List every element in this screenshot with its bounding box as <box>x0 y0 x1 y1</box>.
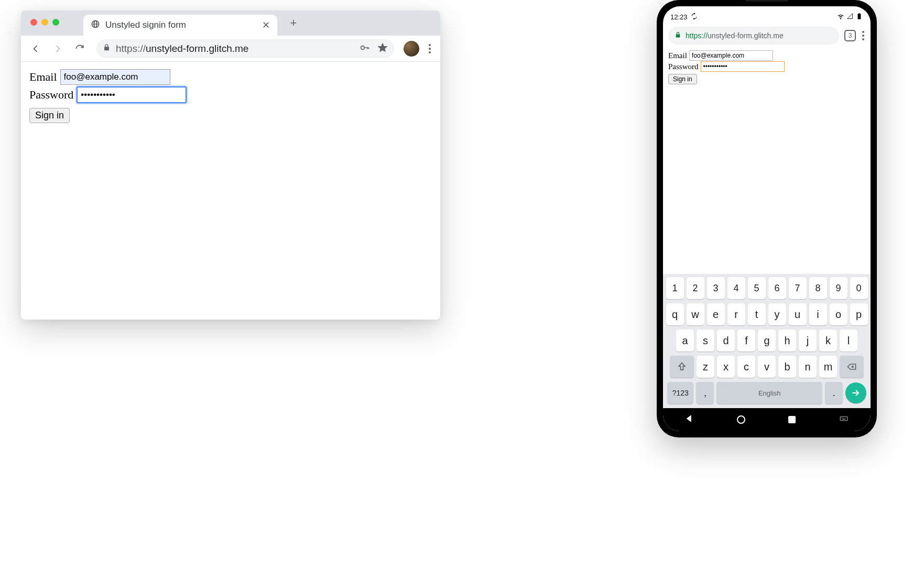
new-tab-button[interactable]: + <box>286 15 301 31</box>
key-l[interactable]: l <box>840 330 857 352</box>
keyboard-number-row: 1234567890 <box>665 277 868 299</box>
key-6[interactable]: 6 <box>768 277 786 299</box>
mobile-page-content: Email Password Sign in <box>663 47 871 274</box>
password-label: Password <box>29 88 73 102</box>
key-m[interactable]: m <box>819 356 837 378</box>
mobile-url-text: https://unstyled-form.glitch.me <box>686 31 784 40</box>
clock: 12:23 <box>670 13 688 21</box>
key-3[interactable]: 3 <box>707 277 725 299</box>
browser-tab[interactable]: Unstyled signin form ✕ <box>83 15 277 36</box>
key-8[interactable]: 8 <box>809 277 827 299</box>
signin-button[interactable]: Sign in <box>668 74 697 84</box>
close-window-button[interactable] <box>30 19 37 26</box>
symbols-key[interactable]: ?123 <box>667 382 693 404</box>
enter-key[interactable] <box>845 382 866 403</box>
key-5[interactable]: 5 <box>748 277 766 299</box>
url-host: unstyled-form.glitch.me <box>146 43 248 54</box>
key-z[interactable]: z <box>697 356 714 378</box>
svg-rect-2 <box>858 13 860 14</box>
svg-point-0 <box>361 46 365 49</box>
key-t[interactable]: t <box>748 303 766 325</box>
key-c[interactable]: c <box>737 356 755 378</box>
key-o[interactable]: o <box>830 303 847 325</box>
key-i[interactable]: i <box>809 303 827 325</box>
mobile-address-bar[interactable]: https://unstyled-form.glitch.me <box>668 27 839 45</box>
key-g[interactable]: g <box>758 330 776 352</box>
key-p[interactable]: p <box>850 303 868 325</box>
key-u[interactable]: u <box>789 303 807 325</box>
phone-screen: 12:23 https://unstyled-form.glitch.me <box>663 6 871 431</box>
comma-key[interactable]: , <box>696 382 714 404</box>
key-j[interactable]: j <box>799 330 817 352</box>
home-nav-button[interactable] <box>737 415 745 424</box>
keyboard-row-3: zxcvbnm <box>665 356 868 378</box>
keyboard-bottom-row: ?123 , English . <box>665 382 868 404</box>
key-f[interactable]: f <box>737 330 755 352</box>
tab-title: Unstyled signin form <box>105 20 257 30</box>
key-y[interactable]: y <box>768 303 786 325</box>
shift-key[interactable] <box>670 356 694 378</box>
key-0[interactable]: 0 <box>850 277 868 299</box>
profile-avatar[interactable] <box>404 41 419 57</box>
close-tab-button[interactable]: ✕ <box>262 20 270 30</box>
key-b[interactable]: b <box>778 356 796 378</box>
lock-icon <box>675 31 681 40</box>
reload-button[interactable] <box>70 39 89 58</box>
tab-strip: Unstyled signin form ✕ + <box>21 10 440 36</box>
back-button[interactable] <box>26 39 45 58</box>
svg-rect-5 <box>843 418 844 419</box>
key-4[interactable]: 4 <box>727 277 745 299</box>
signin-button[interactable]: Sign in <box>29 108 70 123</box>
lock-icon <box>103 43 111 53</box>
key-q[interactable]: q <box>666 303 684 325</box>
tab-switcher-button[interactable]: 3 <box>844 30 856 41</box>
maximize-window-button[interactable] <box>52 19 59 26</box>
keyboard-toggle-button[interactable] <box>839 414 849 425</box>
phone-device-frame: 12:23 https://unstyled-form.glitch.me <box>657 0 877 437</box>
key-2[interactable]: 2 <box>687 277 704 299</box>
signal-icon <box>846 13 854 21</box>
back-nav-button[interactable] <box>684 414 694 425</box>
forward-button[interactable] <box>48 39 67 58</box>
mobile-url-bar: https://unstyled-form.glitch.me 3 <box>663 24 871 47</box>
key-s[interactable]: s <box>697 330 714 352</box>
password-label: Password <box>668 62 699 71</box>
keyboard-row-1: qwertyuiop <box>665 303 868 325</box>
key-icon[interactable] <box>360 42 370 55</box>
svg-rect-6 <box>845 418 846 419</box>
key-9[interactable]: 9 <box>830 277 847 299</box>
mobile-menu-button[interactable] <box>861 31 865 40</box>
key-1[interactable]: 1 <box>666 277 684 299</box>
spacebar-key[interactable]: English <box>716 382 822 404</box>
recent-apps-button[interactable] <box>788 416 796 423</box>
key-k[interactable]: k <box>819 330 837 352</box>
svg-rect-1 <box>858 14 861 19</box>
email-input[interactable] <box>689 50 773 61</box>
password-input[interactable] <box>701 61 785 72</box>
key-d[interactable]: d <box>717 330 735 352</box>
url-text: https://unstyled-form.glitch.me <box>116 43 248 54</box>
period-key[interactable]: . <box>825 382 843 404</box>
status-bar: 12:23 <box>663 9 871 24</box>
browser-menu-button[interactable] <box>425 44 435 53</box>
backspace-key[interactable] <box>840 356 864 378</box>
key-v[interactable]: v <box>758 356 776 378</box>
key-n[interactable]: n <box>799 356 817 378</box>
key-7[interactable]: 7 <box>789 277 807 299</box>
email-input[interactable] <box>60 69 170 85</box>
bookmark-icon[interactable] <box>377 42 388 55</box>
url-host: unstyled-form.glitch.me <box>708 31 784 40</box>
password-input[interactable] <box>77 86 187 103</box>
key-a[interactable]: a <box>676 330 694 352</box>
browser-toolbar: https://unstyled-form.glitch.me <box>21 36 440 62</box>
wifi-icon <box>837 13 844 21</box>
page-content: Email Password Sign in <box>21 62 440 130</box>
key-x[interactable]: x <box>717 356 735 378</box>
key-e[interactable]: e <box>707 303 725 325</box>
key-r[interactable]: r <box>727 303 745 325</box>
battery-icon <box>856 13 863 21</box>
key-w[interactable]: w <box>687 303 704 325</box>
minimize-window-button[interactable] <box>41 19 48 26</box>
address-bar[interactable]: https://unstyled-form.glitch.me <box>96 39 394 58</box>
key-h[interactable]: h <box>778 330 796 352</box>
